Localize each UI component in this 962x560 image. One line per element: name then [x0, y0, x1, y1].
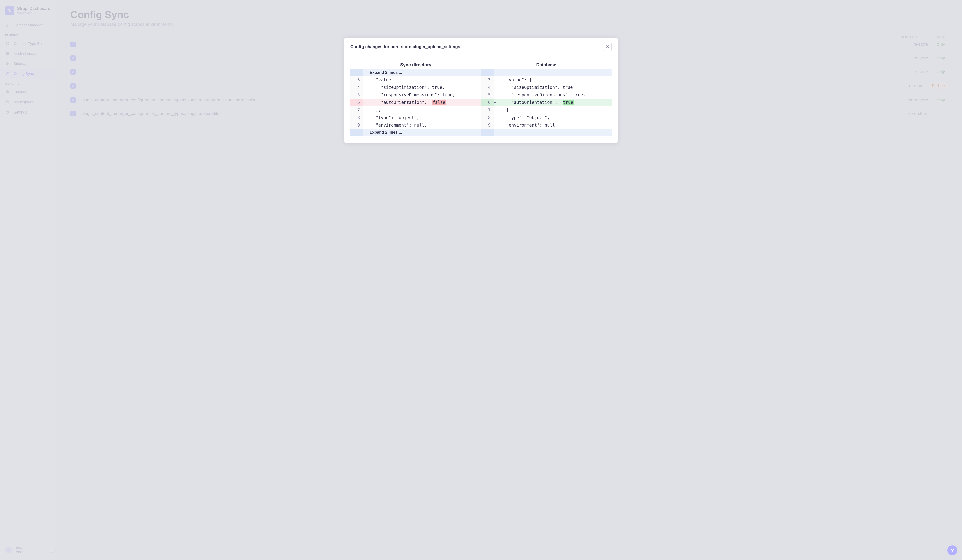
diff-header-right: Database: [481, 62, 612, 68]
diff-line-left: "environment": null,: [368, 121, 481, 129]
config-diff-modal: Config changes for core-store.plugin_upl…: [344, 37, 618, 143]
modal-overlay[interactable]: Config changes for core-store.plugin_upl…: [0, 0, 962, 560]
diff-line-left: "type": "object",: [368, 114, 481, 121]
diff-line-right: "sizeOptimization": true,: [499, 84, 612, 91]
expand-lines-button[interactable]: Expand 2 lines ...: [363, 69, 481, 76]
diff-line-right: "environment": null,: [499, 121, 612, 129]
expand-lines-button[interactable]: Expand 2 lines ...: [363, 129, 481, 136]
diff-line-left: "autoOrientation": false: [368, 99, 481, 106]
diff-line-left: "value": {: [368, 76, 481, 84]
diff-line-left: "responsiveDimensions": true,: [368, 91, 481, 99]
diff-line-right: "type": "object",: [499, 114, 612, 121]
close-icon: ✕: [605, 44, 609, 50]
diff-line-right: },: [499, 106, 612, 114]
help-icon: ?: [951, 548, 954, 554]
diff-line-left: },: [368, 106, 481, 114]
modal-close-button[interactable]: ✕: [603, 43, 612, 51]
modal-title: Config changes for core-store.plugin_upl…: [350, 44, 460, 49]
diff-line-right: "autoOrientation": true: [499, 99, 612, 106]
diff-line-right: "responsiveDimensions": true,: [499, 91, 612, 99]
help-button[interactable]: ?: [947, 545, 957, 555]
diff-header-left: Sync directory: [350, 62, 481, 68]
diff-line-right: "value": {: [499, 76, 612, 84]
diff-line-left: "sizeOptimization": true,: [368, 84, 481, 91]
